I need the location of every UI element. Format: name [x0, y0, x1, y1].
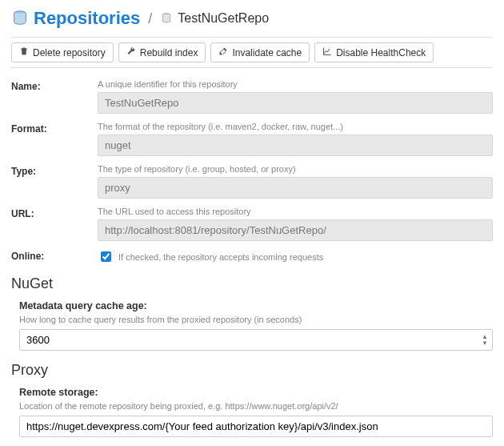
page-header: Repositories / TestNuGetRepo — [11, 8, 493, 29]
proxy-section-head: Proxy — [11, 362, 493, 379]
remote-storage-label: Remote storage: — [19, 387, 493, 398]
remote-storage-input[interactable] — [19, 416, 493, 437]
format-field: nuget — [98, 135, 493, 156]
type-label: Type: — [11, 164, 98, 199]
chevron-down-icon: ▼ — [478, 340, 491, 347]
eraser-icon — [218, 46, 228, 58]
url-label: URL: — [11, 207, 98, 241]
disable-healthcheck-button[interactable]: Disable HealthCheck — [314, 42, 434, 62]
url-help: The URL used to access this repository — [98, 207, 493, 216]
disable-hc-label: Disable HealthCheck — [336, 47, 426, 58]
invalidate-cache-button[interactable]: Invalidate cache — [210, 42, 310, 62]
delete-repository-button[interactable]: Delete repository — [11, 42, 114, 62]
format-label: Format: — [11, 122, 98, 156]
remote-storage-help: Location of the remote repository being … — [19, 401, 493, 411]
rebuild-label: Rebuild index — [140, 47, 198, 58]
repository-icon — [160, 12, 173, 25]
toolbar: Delete repository Rebuild index Invalida… — [11, 37, 493, 68]
breadcrumb-separator: / — [148, 10, 152, 27]
cache-age-label: Metadata query cache age: — [19, 300, 493, 311]
trash-icon — [19, 46, 29, 58]
wrench-icon — [126, 46, 136, 58]
database-icon — [11, 10, 29, 27]
name-label: Name: — [11, 79, 98, 114]
name-help: A unique identifier for this repository — [98, 79, 493, 89]
online-label: Online: — [11, 249, 98, 264]
page-title: Repositories — [34, 8, 140, 29]
nuget-section-head: NuGet — [11, 275, 493, 292]
online-help: If checked, the repository accepts incom… — [118, 252, 323, 262]
type-help: The type of repository (i.e. group, host… — [98, 164, 493, 174]
chart-icon — [322, 46, 332, 58]
online-checkbox[interactable] — [101, 251, 111, 262]
name-field: TestNuGetRepo — [98, 92, 493, 114]
delete-label: Delete repository — [33, 47, 106, 58]
rebuild-index-button[interactable]: Rebuild index — [118, 42, 206, 62]
format-help: The format of the repository (i.e. maven… — [98, 122, 493, 131]
repo-name: TestNuGetRepo — [178, 11, 269, 26]
url-field: http://localhost:8081/repository/TestNuG… — [98, 219, 493, 241]
cache-age-input[interactable] — [19, 329, 493, 351]
type-field: proxy — [98, 177, 493, 199]
number-spinner[interactable]: ▲ ▼ — [478, 331, 491, 349]
cache-age-help: How long to cache query results from the… — [19, 315, 493, 324]
invalidate-label: Invalidate cache — [232, 47, 302, 58]
